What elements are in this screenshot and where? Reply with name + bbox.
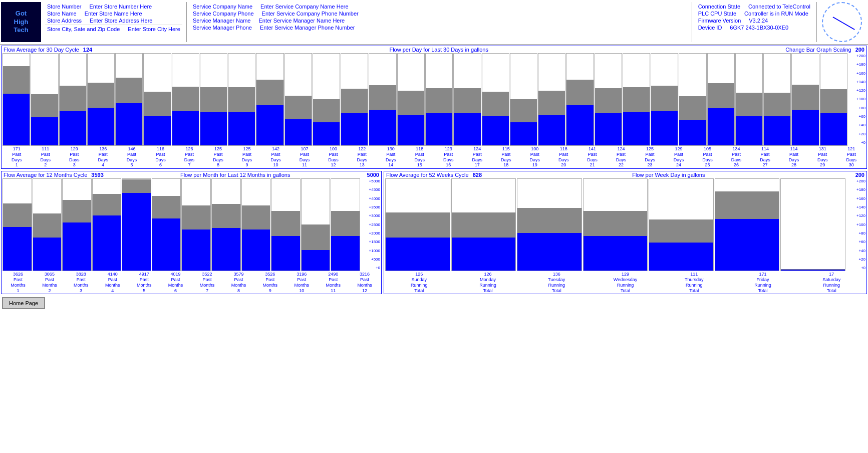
bar-12month-1 <box>3 178 32 271</box>
bar-30day-7 <box>172 53 199 146</box>
bar-blue-16 <box>426 113 452 145</box>
chart-30day-title: Flow Average for 30 Day Cycle <box>4 47 79 53</box>
plc-state-value: Controller is in RUN Mode <box>742 10 810 17</box>
bar-30day-30 <box>820 53 847 146</box>
bar-blue-21 <box>566 105 593 145</box>
chart-12month-max: 5000 <box>367 172 379 178</box>
label-12month-1: 3626PastMonths1 <box>3 272 34 293</box>
label-30day-7: 126PastDays7 <box>175 146 203 168</box>
bars-30day-container <box>2 53 848 146</box>
y-label-30day: +160 <box>849 72 865 76</box>
store-address-value: Enter Store Address Here <box>88 17 154 24</box>
label-30day-21: 141PastDays21 <box>578 146 606 168</box>
bar-gray-21 <box>566 80 593 105</box>
bar-30day-14 <box>369 53 396 146</box>
bar-30day-19 <box>510 53 537 146</box>
bar-blue-12m-2 <box>33 238 62 271</box>
bar-gray-12m-5 <box>122 179 151 193</box>
chart-52week-avg: 828 <box>473 172 482 178</box>
chart-30day-max: 200 <box>855 47 864 53</box>
y-label-12month: +3500 <box>362 205 380 209</box>
bar-gray-12m-2 <box>33 213 62 238</box>
bar-gray-7 <box>172 87 199 111</box>
label-12month-10: 3196PastMonths10 <box>286 272 317 293</box>
bar-52week-2 <box>451 178 516 271</box>
header: Got High Tech Store Number Enter Store N… <box>0 0 868 45</box>
bar-blue-52w-1 <box>386 238 450 271</box>
bar-gray-52w-4 <box>584 211 648 236</box>
chart-52week: Flow Average for 52 Weeks Cycle 828 Flow… <box>384 171 867 294</box>
bar-30day-17 <box>453 53 481 146</box>
bar-blue-12m-12 <box>331 236 360 271</box>
bar-blue-22 <box>595 113 622 145</box>
y-label-52week: +60 <box>847 240 865 244</box>
label-30day-29: 131PastDays29 <box>808 146 836 168</box>
label-52week-2: 126MondayRunningTotal <box>454 272 521 293</box>
bar-gray-22 <box>595 88 622 113</box>
bar-gray-12m-7 <box>182 205 210 230</box>
labels-12month: 3626PastMonths13065PastMonths23828PastMo… <box>2 271 381 294</box>
y-label-30day: +200 <box>849 54 865 58</box>
bar-gray-11 <box>285 96 312 119</box>
y-label-30day: +120 <box>849 89 865 93</box>
bar-blue-52w-7 <box>781 270 845 271</box>
y-label-12month: +2000 <box>362 232 380 236</box>
bar-30day-11 <box>284 53 312 146</box>
chart-12month: Flow Average for 12 Months Cycle 3593 Fl… <box>1 171 382 294</box>
bar-blue-52w-2 <box>452 238 516 271</box>
label-52week-5: 111ThursdayRunningTotal <box>660 272 728 293</box>
store-name-value: Enter Store Name Here <box>83 10 144 17</box>
chart-30day-subtitle: Flow per Day for Last 30 Days in gallons <box>389 47 488 53</box>
bar-12month-9 <box>241 178 271 271</box>
label-12month-3: 3828PastMonths3 <box>66 272 97 293</box>
label-30day-8: 125PastDays8 <box>204 146 232 168</box>
label-30day-3: 129PastDays3 <box>60 146 88 168</box>
bar-blue-6 <box>144 116 170 145</box>
store-address-label: Store Address <box>45 17 84 24</box>
chart-30day-avg: 124 <box>83 47 92 53</box>
clock-hour-hand <box>832 17 842 23</box>
y-label-52week: +0 <box>847 266 865 270</box>
label-12month-2: 3065PastMonths2 <box>34 272 65 293</box>
home-page-button[interactable]: Home Page <box>2 297 45 309</box>
label-30day-6: 116PastDays6 <box>146 146 174 168</box>
y-label-52week: +20 <box>847 258 865 262</box>
bar-30day-22 <box>595 53 622 146</box>
chart-30day-scale-label: Change Bar Graph Scaling <box>785 47 851 53</box>
chart-12month-title: Flow Average for 12 Months Cycle <box>4 172 87 178</box>
bar-gray-12m-8 <box>212 204 240 228</box>
bar-blue-12m-5 <box>122 193 151 271</box>
service-manager-name-label: Service Manager Name <box>191 17 253 24</box>
chart-30day: Flow Average for 30 Day Cycle 124 Flow p… <box>1 46 867 169</box>
store-city-label: Store City, Sate and Zip Code <box>45 26 122 33</box>
bottom-charts-row: Flow Average for 12 Months Cycle 3593 Fl… <box>0 170 868 295</box>
bar-30day-21 <box>566 53 594 146</box>
bar-gray-25 <box>679 96 706 120</box>
bar-gray-15 <box>398 91 424 115</box>
bar-gray-3 <box>60 86 86 111</box>
bar-gray-52w-3 <box>517 208 582 233</box>
bar-gray-17 <box>454 88 480 113</box>
y-label-12month: +4000 <box>362 197 380 201</box>
y-label-12month: +1500 <box>362 240 380 244</box>
y-label-30day: +20 <box>849 132 865 136</box>
bar-blue-8 <box>200 112 227 145</box>
bar-blue-13 <box>341 113 368 145</box>
bar-52week-1 <box>385 178 450 271</box>
bar-gray-52w-1 <box>386 212 450 238</box>
bar-gray-52w-2 <box>452 212 516 238</box>
label-30day-27: 114PastDays27 <box>751 146 779 168</box>
bar-blue-30 <box>820 113 847 145</box>
bar-30day-29 <box>791 53 819 146</box>
label-52week-1: 125SundayRunningTotal <box>385 272 453 293</box>
bar-gray-13 <box>341 89 368 113</box>
plc-state-label: PLC CPU State <box>696 10 738 17</box>
y-label-30day: +80 <box>849 106 865 110</box>
bar-30day-1 <box>3 53 30 146</box>
chart-52week-inner: +200+180+160+140+120+100+80+60+40+20+0 <box>384 178 866 271</box>
bar-blue-17 <box>454 113 480 145</box>
bar-blue-18 <box>482 116 509 145</box>
y-label-30day: +60 <box>849 115 865 119</box>
device-id-value: 6GK7 243-1BX30-0XE0 <box>728 24 790 31</box>
bar-gray-12 <box>313 99 340 122</box>
